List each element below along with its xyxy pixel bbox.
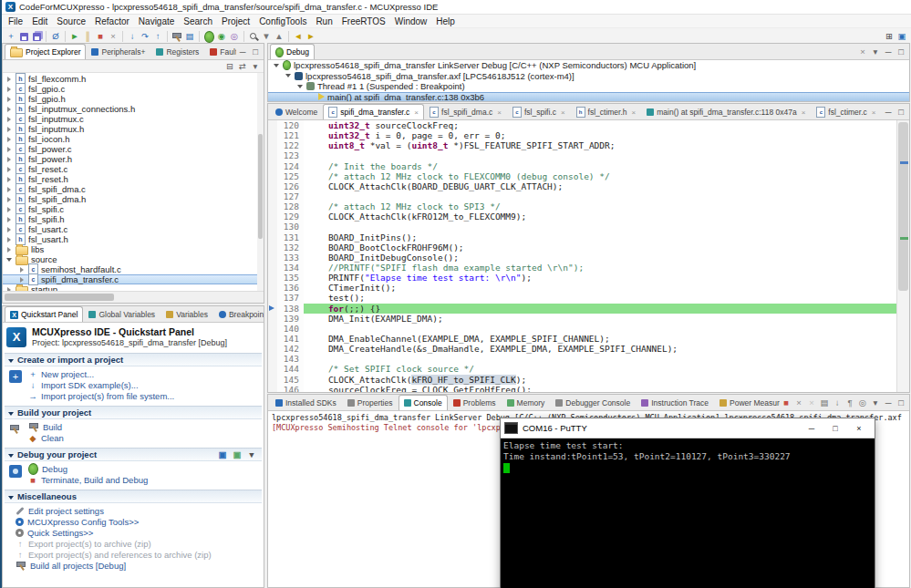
code-line-145[interactable]: 145 CLOCK_AttachClk(kFRO_HF_to_SPIFI_CLK…	[268, 375, 897, 385]
tab-console[interactable]: Console	[399, 395, 448, 410]
code-line-130[interactable]: 130	[268, 222, 897, 232]
menu-help[interactable]: Help	[431, 16, 460, 26]
next-annotation-icon[interactable]: ▼	[260, 30, 273, 43]
code-line-139[interactable]: 139 DMA_Init(EXAMPLE_DMA);	[268, 314, 897, 324]
debug-node[interactable]: lpcxpresso54618_spifi_dma_transfer LinkS…	[268, 60, 909, 71]
expand-icon[interactable]	[5, 117, 13, 122]
tab-problems[interactable]: Problems	[448, 395, 502, 410]
debug-view-menu-icon[interactable]: ▾	[869, 46, 882, 58]
code-line-146[interactable]: 146 sourceClockFreq = CLOCK_GetFroHfFreq…	[268, 385, 897, 392]
tree-item-fsl-usart-h[interactable]: hfsl_usart.h	[3, 234, 264, 244]
back-icon[interactable]: ◄	[292, 30, 305, 43]
disconnect-icon[interactable]: ×	[107, 30, 119, 43]
tree-item-startup[interactable]: startup	[3, 284, 264, 291]
close-tab-icon[interactable]: ×	[561, 108, 565, 117]
tree-item-source[interactable]: source	[3, 254, 264, 264]
code-line-120[interactable]: 120 uint32_t sourceClockFreq;	[268, 120, 897, 130]
code-line-125[interactable]: 125 /* attach 12 MHz clock to FLEXCOMM0 …	[268, 171, 897, 181]
tree-item-fsl-inputmux-connections-h[interactable]: hfsl_inputmux_connections.h	[3, 104, 264, 114]
maximize-view-icon[interactable]: □	[249, 46, 262, 58]
expand-icon[interactable]	[5, 127, 13, 132]
remove-all-launches-icon[interactable]: ×	[805, 397, 818, 409]
close-tab-icon[interactable]: ×	[872, 108, 876, 117]
code-line-137[interactable]: 137 test();	[268, 293, 897, 303]
code-line-129[interactable]: 129 CLOCK_AttachClk(kFRO12M_to_FLEXCOMM9…	[268, 211, 897, 222]
tree-item-fsl-power-c[interactable]: cfsl_power.c	[3, 144, 264, 154]
quickstart-export-project-s-and-references-to-archive-zip[interactable]: ↑Export project(s) and references to arc…	[16, 549, 262, 560]
expand-icon[interactable]	[5, 157, 13, 162]
minimize-view-icon[interactable]: ─	[236, 46, 249, 58]
maximize-view-icon[interactable]: □	[895, 46, 907, 58]
close-tab-icon[interactable]: ×	[414, 108, 419, 117]
tab-memory[interactable]: Memory	[502, 395, 551, 410]
scroll-lock-icon[interactable]: ↓	[831, 397, 844, 409]
menu-project[interactable]: Project	[217, 16, 254, 26]
tree-item-fsl-reset-h[interactable]: hfsl_reset.h	[3, 174, 264, 184]
terminate-console-icon[interactable]: ■	[780, 397, 792, 409]
tree-item-fsl-usart-c[interactable]: cfsl_usart.c	[3, 224, 264, 234]
tree-horizontal-scrollbar[interactable]	[3, 291, 264, 303]
code-line-132[interactable]: 132 BOARD_BootClockFROHF96M();	[268, 242, 897, 253]
forward-icon[interactable]: ►	[305, 30, 317, 43]
section-header-create-or-import-a-project[interactable]: Create or import a project	[5, 353, 262, 366]
section-header-build-your-project[interactable]: Build your project	[5, 406, 262, 419]
menu-window[interactable]: Window	[390, 16, 432, 26]
collapse-icon[interactable]	[5, 258, 13, 262]
code-line-127[interactable]: 127	[268, 191, 897, 201]
tab-fsl-ctimer-c[interactable]: cfsl_ctimer.c×	[811, 104, 881, 119]
view-menu-icon[interactable]: ▾	[249, 60, 262, 73]
tab-main-at-spifi-dma-transfer-c-118-0x47a[interactable]: main() at spifi_dma_transfer.c:118 0x47a…	[641, 104, 811, 119]
tree-item-fsl-gpio-h[interactable]: hfsl_gpio.h	[3, 94, 264, 104]
tree-item-fsl-spifi-dma-c[interactable]: cfsl_spifi_dma.c	[3, 184, 264, 194]
code-line-131[interactable]: 131 BOARD_InitPins();	[268, 232, 897, 242]
expand-icon[interactable]	[5, 97, 13, 102]
code-line-138[interactable]: 138 for(;;) {}	[268, 304, 897, 314]
menu-freertos[interactable]: FreeRTOS	[337, 16, 390, 26]
expand-icon[interactable]	[5, 177, 13, 182]
editor-vertical-scrollbar[interactable]	[896, 120, 909, 392]
tree-item-semihost-hardfault-c[interactable]: csemihost_hardfault.c	[3, 264, 264, 274]
quickstart-export-project-s-to-archive-zip[interactable]: ↑Export project(s) to archive (zip)	[16, 538, 262, 549]
collapse-all-icon[interactable]: ⊟	[223, 60, 236, 73]
save-all-icon[interactable]	[30, 30, 43, 43]
code-line-142[interactable]: 142 DMA_CreateHandle(&s_DmaHandle, EXAMP…	[268, 344, 897, 354]
tab-breakpoints[interactable]: Breakpoints	[213, 306, 264, 322]
tab-registers[interactable]: Registers	[150, 44, 204, 59]
code-line-122[interactable]: 122 uint8_t *val = (uint8_t *)FSL_FEATUR…	[268, 140, 897, 150]
code-line-133[interactable]: 133 BOARD_InitDebugConsole();	[268, 253, 897, 263]
expand-icon[interactable]	[5, 197, 13, 202]
tab-quickstart-panel[interactable]: XQuickstart Panel	[5, 306, 83, 322]
close-tab-icon[interactable]: ×	[497, 108, 502, 117]
minimize-view-icon[interactable]: ─	[882, 46, 895, 58]
quickstart-debug[interactable]: Debug	[28, 463, 262, 474]
debug-node[interactable]: Thread #1 1 (Suspended : Breakpoint)	[268, 81, 909, 92]
tree-vertical-scrollbar[interactable]	[257, 73, 264, 291]
section-header-miscellaneous[interactable]: Miscellaneous	[5, 490, 262, 503]
tab-instruction-trace[interactable]: Instruction Trace	[636, 395, 714, 410]
tab-project-explorer[interactable]: Project Explorer	[5, 44, 86, 59]
quickstart-import-sdk-example-s[interactable]: ↓Import SDK example(s)...	[28, 379, 262, 390]
menu-source[interactable]: Source	[52, 16, 90, 26]
quickstart-mcuxpresso-config-tools[interactable]: MCUXpresso Config Tools>>	[16, 516, 262, 527]
expand-icon[interactable]	[5, 147, 13, 152]
quickstart-quick-settings[interactable]: Quick Settings>>	[16, 527, 262, 538]
maximize-console-icon[interactable]: □	[895, 397, 907, 409]
code-line-123[interactable]: 123	[268, 150, 897, 160]
tab-global-variables[interactable]: Global Variables	[83, 306, 160, 322]
code-line-135[interactable]: 135 PRINTF("Elapse time test start: \r\n…	[268, 273, 897, 283]
new-source-icon[interactable]: ▤	[183, 30, 196, 43]
expand-icon[interactable]	[5, 237, 13, 242]
step-return-icon[interactable]: ↑	[151, 30, 164, 43]
code-line-126[interactable]: 126 CLOCK_AttachClk(BOARD_DEBUG_UART_CLK…	[268, 181, 897, 191]
close-tab-icon[interactable]: ×	[632, 108, 637, 117]
code-line-136[interactable]: 136 CTimerInit();	[268, 283, 897, 293]
debug-perspective-icon[interactable]: ▣	[895, 30, 908, 43]
word-wrap-icon[interactable]: ¶	[844, 397, 856, 409]
quickstart-edit-project-settings[interactable]: Edit project settings	[16, 505, 262, 516]
tab-variables[interactable]: Variables	[160, 306, 213, 322]
debug-node[interactable]: main() at spifi_dma_transfer.c:138 0x3b6	[268, 92, 909, 103]
expander-icon[interactable]	[284, 74, 292, 77]
clear-console-icon[interactable]: ▤	[818, 397, 831, 409]
link-with-editor-icon[interactable]: ⇄	[236, 60, 249, 73]
code-line-141[interactable]: 141 DMA_EnableChannel(EXAMPLE_DMA, EXAMP…	[268, 334, 897, 344]
